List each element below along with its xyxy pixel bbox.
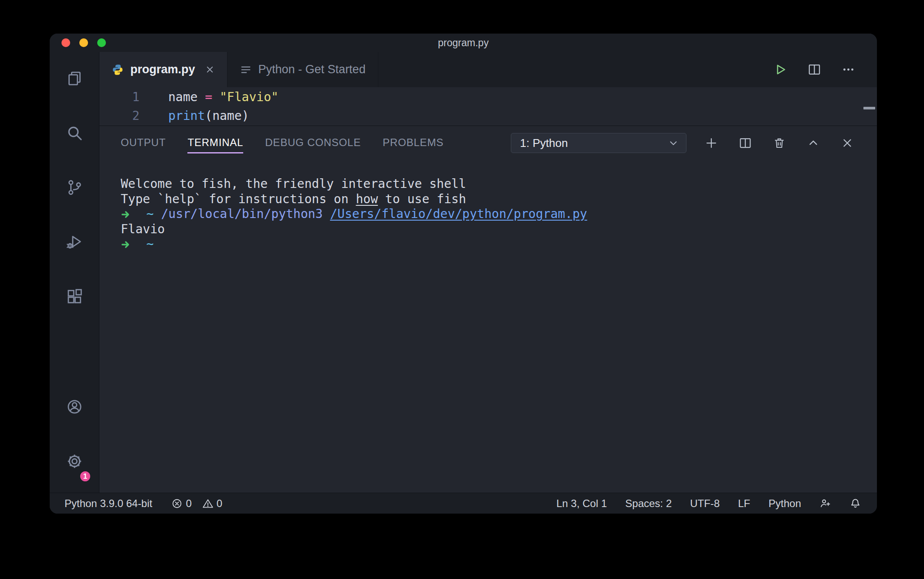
close-tab-icon[interactable] (205, 65, 215, 75)
tab-label: program.py (130, 63, 195, 76)
run-debug-icon (66, 233, 83, 252)
terminal-line: Welcome to fish, the friendly interactiv… (121, 177, 859, 192)
vscode-window: program.py 1 (50, 34, 877, 514)
terminal-text: ~ (146, 207, 154, 221)
terminal-text (132, 237, 146, 251)
gear-icon (66, 453, 83, 472)
split-terminal-button[interactable] (739, 136, 752, 150)
prompt-arrow-icon (121, 207, 132, 221)
code-token (212, 90, 220, 104)
activity-accounts[interactable] (50, 380, 99, 435)
bottom-panel: OUTPUT TERMINAL DEBUG CONSOLE PROBLEMS 1… (99, 126, 877, 493)
terminal-text: Welcome to fish, the friendly interactiv… (121, 177, 466, 191)
errors-count: 0 (186, 497, 191, 510)
activity-run-debug[interactable] (50, 215, 99, 270)
search-icon (66, 124, 83, 143)
activity-search[interactable] (50, 106, 99, 161)
status-bar: Python 3.9.0 64-bit 0 0 Ln 3, Col 1 Spac… (50, 493, 877, 514)
panel-header: OUTPUT TERMINAL DEBUG CONSOLE PROBLEMS 1… (99, 126, 877, 160)
terminal-text: how (356, 192, 378, 206)
prompt-arrow-icon (121, 237, 132, 251)
activity-bar: 1 (50, 52, 99, 493)
terminal-output[interactable]: Welcome to fish, the friendly interactiv… (99, 160, 877, 493)
maximize-panel-button[interactable] (807, 136, 820, 150)
source-control-icon (66, 179, 83, 198)
python-icon (112, 64, 124, 76)
zoom-window-button[interactable] (97, 38, 106, 47)
indentation[interactable]: Spaces: 2 (625, 497, 672, 510)
eol-sequence[interactable]: LF (738, 497, 750, 510)
warnings-count: 0 (217, 497, 222, 510)
language-mode[interactable]: Python (768, 497, 801, 510)
code-line: 2print(name) (99, 106, 877, 125)
editor-actions (774, 52, 877, 87)
code-token: name (168, 90, 197, 104)
activity-settings[interactable]: 1 (50, 435, 99, 489)
panel-tab-debug-console[interactable]: DEBUG CONSOLE (265, 133, 361, 153)
activity-explorer[interactable] (50, 52, 99, 106)
more-actions-button[interactable] (842, 63, 855, 76)
extensions-icon (66, 288, 83, 307)
terminal-line: ~ /usr/local/bin/python3 /Users/flavio/d… (121, 207, 859, 222)
terminal-line: ~ (121, 237, 859, 252)
terminal-text (323, 207, 330, 221)
tab-program-py[interactable]: program.py (99, 52, 228, 87)
terminal-file-link[interactable]: /Users/flavio/dev/python/program.py (330, 207, 587, 221)
terminal-text: Flavio (121, 222, 165, 236)
code-token: print (168, 109, 205, 123)
run-button[interactable] (774, 63, 787, 76)
editor-tab-bar: program.py Python - Get Started (99, 52, 877, 87)
code-token: = (205, 90, 212, 104)
account-icon (66, 398, 83, 417)
scrollbar-decoration (863, 107, 875, 109)
activity-source-control[interactable] (50, 161, 99, 215)
line-number: 1 (99, 88, 139, 106)
get-started-icon (240, 64, 252, 76)
window-title: program.py (50, 37, 877, 49)
terminal-line: Type `help` for instructions on how to u… (121, 192, 859, 207)
tab-python-get-started[interactable]: Python - Get Started (228, 52, 378, 87)
title-bar[interactable]: program.py (50, 34, 877, 52)
split-editor-button[interactable] (808, 63, 821, 76)
chevron-down-icon (668, 137, 679, 149)
code-lines: 1name = "Flavio"2print(name) (99, 88, 877, 125)
code-token: (name) (205, 109, 249, 123)
panel-tab-terminal[interactable]: TERMINAL (187, 133, 243, 153)
notifications-bell-icon[interactable] (849, 497, 861, 509)
settings-badge: 1 (79, 470, 91, 482)
terminal-line: Flavio (121, 222, 859, 237)
encoding[interactable]: UTF-8 (690, 497, 720, 510)
tab-label: Python - Get Started (258, 63, 366, 76)
feedback-icon[interactable] (819, 497, 831, 509)
code-text: print(name) (168, 106, 249, 125)
terminal-select-value: 1: Python (520, 136, 568, 150)
minimize-window-button[interactable] (79, 38, 88, 47)
code-editor[interactable]: 1name = "Flavio"2print(name) (99, 87, 877, 126)
errors-icon (171, 498, 183, 509)
terminal-text: Type `help` for instructions on (121, 192, 356, 206)
code-token (197, 90, 205, 104)
problems-indicator[interactable]: 0 0 (171, 497, 222, 510)
close-panel-button[interactable] (841, 136, 854, 150)
code-line: 1name = "Flavio" (99, 88, 877, 106)
line-number: 2 (99, 106, 139, 125)
kill-terminal-button[interactable] (773, 136, 786, 150)
activity-extensions[interactable] (50, 270, 99, 324)
window-controls (50, 38, 106, 47)
panel-tab-output[interactable]: OUTPUT (121, 133, 166, 153)
python-interpreter-status[interactable]: Python 3.9.0 64-bit (65, 497, 152, 510)
terminal-select[interactable]: 1: Python (511, 133, 686, 153)
cursor-position[interactable]: Ln 3, Col 1 (556, 497, 607, 510)
warnings-icon (202, 498, 214, 509)
panel-actions (705, 136, 854, 150)
panel-tab-problems[interactable]: PROBLEMS (383, 133, 444, 153)
terminal-text: /usr/local/bin/python3 (161, 207, 323, 221)
close-window-button[interactable] (61, 38, 70, 47)
terminal-text (154, 207, 161, 221)
terminal-text: ~ (146, 237, 154, 251)
new-terminal-button[interactable] (705, 136, 718, 150)
explorer-icon (66, 70, 83, 89)
code-text: name = "Flavio" (168, 88, 279, 106)
code-token: "Flavio" (220, 90, 279, 104)
terminal-text (132, 207, 146, 221)
